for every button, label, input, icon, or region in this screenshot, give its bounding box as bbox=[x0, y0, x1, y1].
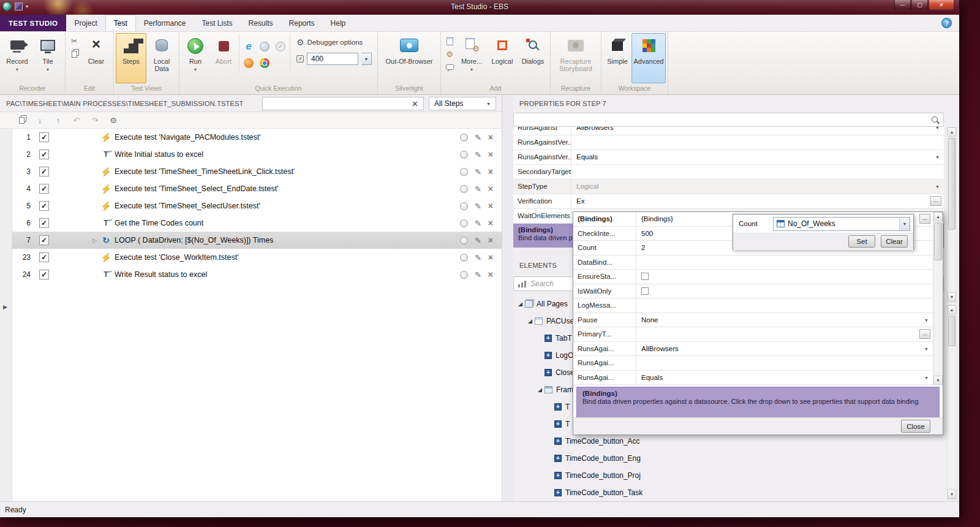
delete-step-icon[interactable]: × bbox=[488, 134, 493, 141]
edit-step-icon[interactable]: ✎ bbox=[475, 167, 481, 176]
delete-step-icon[interactable]: × bbox=[488, 185, 493, 192]
scroll-up-icon[interactable]: ▲ bbox=[948, 127, 956, 137]
property-row[interactable]: EnsureSta... bbox=[573, 270, 933, 284]
step-row[interactable]: 2 ✓ T Write Initial status to excel ✎ × bbox=[0, 146, 502, 163]
property-value[interactable] bbox=[571, 135, 944, 150]
breakpoint-icon[interactable] bbox=[460, 254, 468, 262]
step-checkbox[interactable]: ✓ bbox=[39, 167, 49, 176]
step-checkbox[interactable]: ✓ bbox=[39, 235, 49, 245]
copy-button[interactable] bbox=[69, 48, 80, 59]
steps-view-button[interactable]: Steps bbox=[116, 33, 146, 83]
tree-item[interactable]: + TimeCode_button_Eng bbox=[513, 450, 944, 467]
clear-button[interactable]: Clear bbox=[881, 235, 908, 248]
scrollbar-thumb[interactable] bbox=[948, 138, 956, 230]
firefox-icon[interactable] bbox=[244, 58, 254, 68]
property-row[interactable]: PrimaryT... ... bbox=[573, 327, 933, 342]
property-checkbox[interactable] bbox=[641, 273, 649, 280]
steps-filter-dropdown[interactable]: All Steps ▼ bbox=[429, 97, 496, 110]
advanced-workspace-button[interactable]: Advanced bbox=[631, 33, 666, 83]
logical-button[interactable]: Logical bbox=[487, 33, 518, 83]
run-button[interactable]: Run ▼ bbox=[181, 33, 209, 83]
property-row[interactable]: RunsAgainst AllBrowsers ▼ bbox=[513, 127, 944, 135]
binding-column-dropdown[interactable]: No_Of_Weeks ▼ bbox=[773, 217, 910, 231]
step-row[interactable]: 1 ✓ ⚡ Execute test 'Navigate_PACModules.… bbox=[0, 129, 502, 146]
add-comment-button[interactable] bbox=[444, 61, 455, 72]
redo-icon[interactable]: ↷ bbox=[89, 115, 100, 126]
execution-delay-input[interactable]: 400 bbox=[307, 53, 358, 65]
property-value[interactable]: ... bbox=[636, 327, 933, 341]
ellipsis-button[interactable]: ... bbox=[919, 329, 930, 339]
breakpoint-icon[interactable] bbox=[460, 202, 468, 210]
scrollbar-thumb[interactable] bbox=[948, 316, 956, 346]
menu-tab-test-lists[interactable]: Test Lists bbox=[194, 15, 241, 31]
breakpoint-icon[interactable] bbox=[460, 185, 468, 193]
delete-step-icon[interactable]: × bbox=[488, 202, 493, 210]
breakpoint-icon[interactable] bbox=[460, 237, 468, 245]
expander-icon[interactable]: ▷ bbox=[89, 237, 100, 244]
property-value[interactable]: None ▼ bbox=[636, 313, 933, 327]
move-step-down-icon[interactable]: ↓ bbox=[34, 115, 45, 126]
property-row[interactable]: SecondaryTarget bbox=[513, 165, 944, 180]
delete-step-icon[interactable]: × bbox=[488, 254, 493, 261]
chevron-down-icon[interactable]: ▼ bbox=[933, 153, 942, 162]
property-row[interactable]: DataBind... bbox=[573, 256, 933, 270]
step-checkbox[interactable]: ✓ bbox=[39, 218, 49, 228]
simple-workspace-button[interactable]: Simple bbox=[603, 33, 631, 83]
menu-tab-test[interactable]: Test bbox=[105, 15, 136, 31]
tree-item[interactable]: + TimeCode_button_Task bbox=[513, 484, 944, 501]
property-row[interactable]: RunsAgainstVer... bbox=[513, 135, 944, 150]
minimize-button[interactable]: — bbox=[894, 0, 911, 10]
record-dropdown-icon[interactable]: ▼ bbox=[15, 66, 20, 74]
delete-step-icon[interactable]: × bbox=[488, 151, 493, 158]
scroll-up-icon[interactable]: ▲ bbox=[948, 305, 956, 314]
property-value[interactable] bbox=[571, 165, 944, 179]
property-value[interactable] bbox=[636, 298, 933, 313]
delete-step-icon[interactable]: × bbox=[488, 219, 493, 227]
properties-scrollbar[interactable]: ▲ ▼ bbox=[947, 127, 957, 302]
steps-search-input[interactable] bbox=[263, 99, 407, 108]
out-of-browser-button[interactable]: Out-Of-Browser bbox=[380, 33, 439, 83]
close-window-button[interactable]: ✕ bbox=[929, 0, 954, 10]
breakpoint-icon[interactable] bbox=[460, 151, 468, 159]
step-row[interactable]: 3 ✓ ⚡ Execute test 'TimeSheet_TimeSheetL… bbox=[0, 163, 502, 180]
scroll-down-icon[interactable]: ▼ bbox=[948, 292, 956, 301]
scroll-down-icon[interactable]: ▼ bbox=[933, 376, 943, 385]
debugger-options-button[interactable]: ⚙ Debugger options bbox=[296, 37, 372, 47]
breakpoint-icon[interactable] bbox=[460, 271, 468, 279]
edit-step-icon[interactable]: ✎ bbox=[475, 219, 481, 228]
chevron-down-icon[interactable]: ▼ bbox=[922, 373, 931, 382]
maximize-button[interactable]: ▢ bbox=[911, 0, 928, 10]
chevron-down-icon[interactable]: ▼ bbox=[933, 127, 942, 132]
property-row[interactable]: LogMessa... bbox=[573, 298, 933, 313]
property-value[interactable] bbox=[636, 270, 933, 284]
add-manual-step-button[interactable]: ⚙ bbox=[444, 48, 455, 59]
execution-delay-dropdown-icon[interactable]: ▼ bbox=[361, 53, 372, 65]
clear-search-icon[interactable]: ✕ bbox=[407, 99, 423, 108]
cut-button[interactable]: ✂ bbox=[69, 36, 80, 47]
property-value[interactable]: Logical ▼ bbox=[571, 180, 944, 194]
step-row[interactable]: 7 ✓ ▷ ↻ LOOP ( DataDriven: [$(No_Of_Week… bbox=[0, 232, 502, 249]
property-value[interactable]: AllBrowsers ▼ bbox=[636, 342, 933, 356]
abort-button[interactable]: Abort bbox=[209, 33, 238, 83]
duplicate-step-icon[interactable] bbox=[16, 115, 27, 126]
delete-step-icon[interactable]: × bbox=[488, 168, 493, 175]
tile-button[interactable]: Tile ▼ bbox=[32, 33, 63, 83]
step-checkbox[interactable]: ✓ bbox=[39, 150, 49, 159]
scroll-down-icon[interactable]: ▼ bbox=[948, 490, 956, 499]
property-checkbox[interactable] bbox=[641, 287, 649, 295]
internet-explorer-icon[interactable]: e bbox=[244, 42, 254, 51]
add-step-settings-icon[interactable]: ⚙ bbox=[108, 115, 119, 126]
close-button[interactable]: Close bbox=[901, 420, 930, 433]
breakpoint-icon[interactable] bbox=[460, 168, 468, 176]
property-value[interactable]: AllBrowsers ▼ bbox=[571, 127, 944, 135]
step-checkbox[interactable]: ✓ bbox=[39, 201, 49, 211]
edit-step-icon[interactable]: ✎ bbox=[475, 133, 481, 142]
chevron-down-icon[interactable]: ▼ bbox=[922, 316, 931, 325]
step-row[interactable]: 5 ✓ ⚡ Execute test 'TimeSheet_SelectUser… bbox=[0, 197, 502, 214]
set-button[interactable]: Set bbox=[848, 235, 875, 248]
tree-item[interactable]: + TimeCode_button_Proj bbox=[513, 467, 944, 484]
local-data-button[interactable]: Local Data bbox=[146, 33, 177, 83]
property-row[interactable]: RunsAgainstVer... Equals ▼ bbox=[513, 150, 944, 165]
more-button[interactable]: ⚙ More... ▼ bbox=[456, 33, 487, 83]
property-row[interactable]: RunsAgai... bbox=[573, 356, 933, 371]
